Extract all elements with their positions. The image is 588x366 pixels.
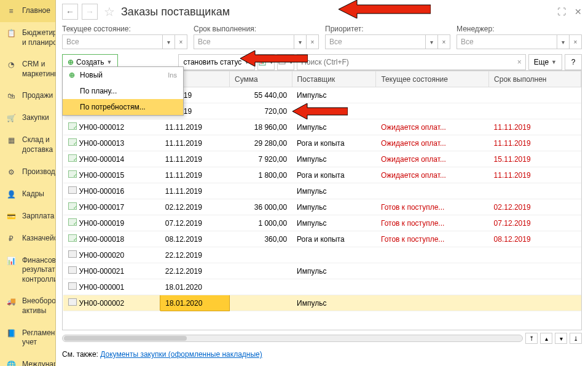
filter-state: Текущее состояние: ▾ × (62, 25, 187, 49)
scroll-top-button[interactable]: ⤒ (525, 333, 538, 344)
filter-state-input[interactable] (62, 34, 163, 49)
pie-icon: ◔ (6, 60, 16, 70)
dropdown-item-2[interactable]: По потребностям... (63, 99, 183, 115)
sidebar-item-label: Производство (22, 167, 56, 177)
table-row[interactable]: УН00-00000118.01.2020 (63, 279, 581, 295)
sidebar-item-label: CRM и маркетинг (22, 60, 56, 79)
table-row[interactable]: УН00-00001611.11.2019Импульс (63, 183, 581, 199)
status-icon (68, 234, 77, 242)
table-row[interactable]: УН00-00001702.12.201936 000,00ИмпульсГот… (63, 199, 581, 215)
sidebar-item-9[interactable]: ₽Казначейство (0, 228, 55, 250)
status-icon (68, 282, 77, 290)
sidebar: ≡Главное📋Бюджетирование и планирование◔C… (0, 0, 56, 366)
gear-icon: ⚙ (6, 167, 16, 177)
status-icon (68, 202, 77, 210)
svg-marker-6 (240, 50, 308, 66)
filter-manager-clear[interactable]: × (570, 34, 582, 49)
filter-state-dropdown[interactable]: ▾ (163, 34, 175, 49)
help-button[interactable]: ? (565, 54, 582, 70)
page-title: Заказы поставщикам (121, 6, 230, 18)
sidebar-item-12[interactable]: 📘Регламентированный учет (0, 322, 55, 354)
filter-priority-dropdown[interactable]: ▾ (426, 34, 438, 49)
col-header-2[interactable]: Сумма (230, 71, 292, 87)
link-icon[interactable]: ⛶ (557, 7, 566, 17)
search-clear[interactable]: × (517, 58, 522, 66)
status-icon (68, 122, 77, 130)
plus-icon: ⊕ (69, 71, 80, 79)
filter-state-clear[interactable]: × (175, 34, 187, 49)
filter-priority-input[interactable] (325, 34, 426, 49)
bag-icon: 🛍 (6, 91, 16, 101)
cart-icon: 🛒 (6, 113, 16, 123)
chevron-down-icon: ▼ (107, 59, 112, 65)
sidebar-item-7[interactable]: 👤Кадры (0, 183, 55, 205)
more-button[interactable]: Еще ▼ (528, 54, 562, 70)
table-row[interactable]: УН00-00002022.12.2019 (63, 247, 581, 263)
sidebar-item-label: Продажи (22, 91, 53, 101)
table-row[interactable]: УН00-00001411.11.20197 920,00ИмпульсОжид… (63, 151, 581, 167)
svg-marker-0 (339, 0, 431, 18)
person-icon: 👤 (6, 189, 16, 199)
filter-manager-input[interactable] (457, 34, 557, 49)
filter-due-input[interactable] (194, 34, 294, 49)
see-also-link[interactable]: Документы закупки (оформленные накладные… (100, 350, 262, 359)
filter-priority-clear[interactable]: × (438, 34, 450, 49)
annotation-arrow-item (292, 103, 348, 119)
filter-manager-dropdown[interactable]: ▾ (557, 34, 570, 49)
filter-due-clear[interactable]: × (307, 34, 319, 49)
sidebar-item-3[interactable]: 🛍Продажи (0, 85, 55, 107)
filter-manager: Менеджер: ▾ × (457, 25, 582, 49)
sidebar-item-1[interactable]: 📋Бюджетирование и планирование (0, 22, 55, 54)
status-icon (68, 170, 77, 178)
close-icon[interactable]: ✕ (574, 7, 582, 17)
status-icon (68, 154, 77, 162)
col-header-3[interactable]: Поставщик (292, 71, 376, 87)
dropdown-item-1[interactable]: По плану... (63, 83, 183, 99)
search-box[interactable]: × (297, 54, 525, 70)
sidebar-item-6[interactable]: ⚙Производство (0, 161, 55, 183)
table-row[interactable]: УН00-00001511.11.20191 800,00Рога и копы… (63, 167, 581, 183)
sidebar-item-label: Закупки (22, 113, 49, 123)
sidebar-item-4[interactable]: 🛒Закупки (0, 107, 55, 129)
sidebar-item-label: Регламентированный учет (22, 328, 56, 348)
table-row[interactable]: УН00-00001311.11.201929 280,00Рога и коп… (63, 135, 581, 151)
ruble-icon: ₽ (6, 234, 16, 244)
table-row[interactable]: УН00-00001907.12.20191 000,00ИмпульсГото… (63, 215, 581, 231)
sidebar-item-label: Международный финансовый учет (22, 360, 56, 366)
table-row[interactable]: УН00-00000218.01.2020Импульс (63, 295, 581, 311)
favorite-star-icon[interactable]: ☆ (104, 4, 115, 19)
sidebar-item-11[interactable]: 🚚Внеоборотные активы (0, 290, 55, 322)
chart-icon: 📊 (6, 256, 16, 266)
scroll-bottom-button[interactable]: ⤓ (570, 333, 582, 344)
create-dropdown-menu: ⊕НовыйInsПо плану...По потребностям... (62, 66, 184, 116)
sidebar-item-10[interactable]: 📊Финансовый результат и контроллинг (0, 250, 55, 291)
sidebar-item-label: Кадры (22, 189, 44, 199)
sidebar-item-label: Главное (22, 6, 50, 16)
filter-due-dropdown[interactable]: ▾ (294, 34, 307, 49)
nav-back-button[interactable]: ← (62, 4, 78, 20)
table-row[interactable]: УН00-00001808.12.2019360,00Рога и копыта… (63, 231, 581, 247)
sidebar-item-0[interactable]: ≡Главное (0, 0, 55, 22)
nav-forward-button[interactable]: → (82, 4, 98, 20)
h-scrollbar[interactable] (62, 335, 523, 342)
scroll-up-button[interactable]: ▴ (540, 333, 552, 344)
status-icon (68, 250, 77, 258)
sidebar-item-label: Казначейство (22, 234, 56, 244)
search-input[interactable] (301, 58, 514, 66)
col-header-4[interactable]: Текущее состояние (376, 71, 489, 87)
menu-icon: ≡ (6, 6, 16, 16)
dropdown-item-0[interactable]: ⊕НовыйIns (63, 67, 183, 83)
sidebar-item-label: Внеоборотные активы (22, 296, 56, 316)
sidebar-item-8[interactable]: 💳Зарплата (0, 205, 55, 228)
sidebar-item-2[interactable]: ◔CRM и маркетинг (0, 54, 55, 85)
col-header-5[interactable]: Срок выполнен (489, 71, 581, 87)
table-row[interactable]: УН00-00002122.12.2019Импульс (63, 263, 581, 279)
status-icon (68, 186, 77, 194)
sidebar-item-13[interactable]: 🌐Международный финансовый учет (0, 354, 55, 366)
scroll-down-button[interactable]: ▾ (555, 333, 567, 344)
table-row[interactable]: УН00-00001211.11.201918 960,00ИмпульсОжи… (63, 119, 581, 135)
status-icon (68, 138, 77, 146)
sidebar-item-label: Бюджетирование и планирование (22, 28, 56, 47)
sidebar-item-5[interactable]: ▦Склад и доставка (0, 129, 55, 161)
plus-icon: ⊕ (68, 58, 74, 66)
